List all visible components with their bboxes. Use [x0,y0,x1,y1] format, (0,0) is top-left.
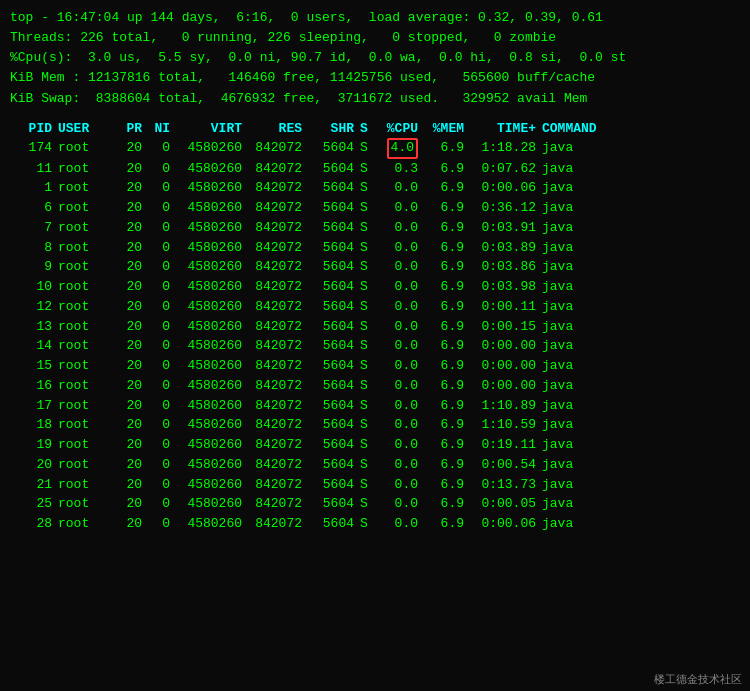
cell-time: 0:07.62 [470,159,542,179]
cell-cpu: 0.0 [374,336,424,356]
header-line-2: Threads: 226 total, 0 running, 226 sleep… [10,28,740,48]
cell-cmd: java [542,494,740,514]
cell-res: 842072 [248,297,308,317]
cell-cpu: 0.0 [374,356,424,376]
cell-res: 842072 [248,376,308,396]
cell-s: S [358,435,374,455]
cell-user: root [58,238,118,258]
cell-mem: 6.9 [424,336,470,356]
cell-mem: 6.9 [424,435,470,455]
cell-virt: 4580260 [176,455,248,475]
cell-user: root [58,159,118,179]
cell-cpu: 0.0 [374,455,424,475]
cell-s: S [358,475,374,495]
cell-s: S [358,514,374,534]
cell-mem: 6.9 [424,415,470,435]
cell-pid: 28 [10,514,58,534]
cell-user: root [58,415,118,435]
cell-pid: 16 [10,376,58,396]
cell-cpu: 0.0 [374,297,424,317]
cell-time: 0:03.91 [470,218,542,238]
col-pid: PID [10,121,58,136]
cell-cmd: java [542,317,740,337]
cell-user: root [58,218,118,238]
cell-user: root [58,376,118,396]
col-time: TIME+ [470,121,542,136]
cell-virt: 4580260 [176,494,248,514]
cell-res: 842072 [248,159,308,179]
cell-shr: 5604 [308,317,358,337]
cell-pr: 20 [118,138,148,159]
cell-virt: 4580260 [176,396,248,416]
cell-cpu: 0.0 [374,435,424,455]
cell-shr: 5604 [308,159,358,179]
cell-ni: 0 [148,514,176,534]
cell-time: 0:19.11 [470,435,542,455]
cell-pr: 20 [118,159,148,179]
terminal-output: top - 16:47:04 up 144 days, 6:16, 0 user… [10,8,740,534]
cell-pr: 20 [118,514,148,534]
table-row: 13 root 20 0 4580260 842072 5604 S 0.0 6… [10,317,740,337]
cell-s: S [358,455,374,475]
table-row: 15 root 20 0 4580260 842072 5604 S 0.0 6… [10,356,740,376]
cell-user: root [58,198,118,218]
table-row: 19 root 20 0 4580260 842072 5604 S 0.0 6… [10,435,740,455]
cpu-highlighted: 4.0 [387,138,418,159]
cell-pr: 20 [118,435,148,455]
cell-shr: 5604 [308,475,358,495]
cell-shr: 5604 [308,435,358,455]
cell-virt: 4580260 [176,415,248,435]
cell-shr: 5604 [308,198,358,218]
cell-cmd: java [542,277,740,297]
cell-res: 842072 [248,257,308,277]
cell-user: root [58,317,118,337]
cell-ni: 0 [148,198,176,218]
cell-s: S [358,138,374,159]
cell-cpu: 0.0 [374,277,424,297]
cell-virt: 4580260 [176,376,248,396]
cell-s: S [358,178,374,198]
cell-cmd: java [542,455,740,475]
cell-ni: 0 [148,475,176,495]
cell-virt: 4580260 [176,277,248,297]
cell-time: 0:00.06 [470,514,542,534]
cell-ni: 0 [148,396,176,416]
cell-shr: 5604 [308,356,358,376]
cell-user: root [58,336,118,356]
cell-time: 0:03.89 [470,238,542,258]
cell-ni: 0 [148,435,176,455]
cell-mem: 6.9 [424,198,470,218]
table-row: 25 root 20 0 4580260 842072 5604 S 0.0 6… [10,494,740,514]
table-row: 16 root 20 0 4580260 842072 5604 S 0.0 6… [10,376,740,396]
cell-res: 842072 [248,198,308,218]
col-cmd: COMMAND [542,121,740,136]
table-row: 9 root 20 0 4580260 842072 5604 S 0.0 6.… [10,257,740,277]
cell-pr: 20 [118,178,148,198]
cell-time: 1:10.59 [470,415,542,435]
cell-ni: 0 [148,297,176,317]
cell-pr: 20 [118,396,148,416]
cell-time: 1:10.89 [470,396,542,416]
cell-time: 0:00.11 [470,297,542,317]
header-line-4: KiB Mem : 12137816 total, 146460 free, 1… [10,68,740,88]
cell-pr: 20 [118,218,148,238]
cell-user: root [58,475,118,495]
cell-cpu: 0.0 [374,257,424,277]
cell-pid: 11 [10,159,58,179]
cell-cmd: java [542,376,740,396]
cell-time: 0:00.00 [470,356,542,376]
cell-mem: 6.9 [424,317,470,337]
cell-res: 842072 [248,336,308,356]
cell-cmd: java [542,356,740,376]
cell-ni: 0 [148,138,176,159]
cell-s: S [358,297,374,317]
cell-shr: 5604 [308,415,358,435]
cell-virt: 4580260 [176,238,248,258]
cell-s: S [358,159,374,179]
cell-cmd: java [542,198,740,218]
cell-pid: 9 [10,257,58,277]
cell-shr: 5604 [308,297,358,317]
cell-mem: 6.9 [424,297,470,317]
cell-ni: 0 [148,238,176,258]
table-row: 1 root 20 0 4580260 842072 5604 S 0.0 6.… [10,178,740,198]
